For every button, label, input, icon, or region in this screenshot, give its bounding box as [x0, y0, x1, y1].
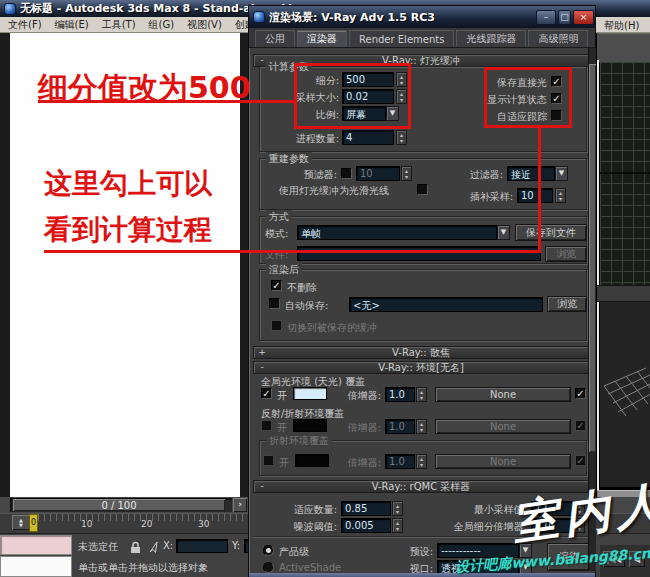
auto-save-checkbox[interactable]	[269, 298, 280, 309]
mini-curve-editor-icon[interactable]: ▲▼	[12, 515, 30, 530]
tab-advanced-lighting[interactable]: 高级照明	[528, 30, 588, 47]
tab-render-elements[interactable]: Render Elements	[349, 30, 454, 47]
time-slider-handle[interactable]: 0 / 100	[13, 499, 225, 511]
file-field[interactable]	[297, 246, 541, 261]
filter-dropdown-value[interactable]: 接近	[507, 166, 555, 181]
annotation-box-subdivs	[294, 63, 411, 129]
interp-label: 插补采样:	[453, 190, 513, 204]
scrollbar-thumb[interactable]	[589, 64, 596, 452]
gi-env-map-checkbox[interactable]	[575, 388, 586, 399]
file-browse-button[interactable]: 浏览	[545, 246, 587, 262]
viewport-divider[interactable]	[597, 285, 650, 302]
gi-mult-field[interactable]: 1.0	[385, 387, 415, 402]
refl-env-on-checkbox[interactable]	[261, 420, 272, 431]
auto-save-label: 自动保存:	[285, 299, 328, 313]
chevron-down-icon[interactable]	[555, 166, 568, 181]
adapt-field[interactable]: 0.85	[341, 501, 391, 516]
annotation-box-checkboxes	[484, 67, 572, 128]
ruler-tick-30: 30	[198, 519, 209, 529]
y-label: Y:	[232, 540, 240, 551]
refl-env-map-checkbox[interactable]	[575, 420, 586, 431]
x-coordinate-field[interactable]	[176, 539, 228, 553]
gi-mult-label: 倍增器:	[335, 389, 381, 403]
viewport-perspective[interactable]	[600, 302, 650, 487]
dialog-bottom-strip	[249, 573, 595, 577]
x-label: X:	[163, 540, 173, 551]
app-icon	[4, 3, 16, 15]
prefilter-spinner[interactable]	[401, 166, 412, 181]
global-subdivs-label: 全局细分倍增器:	[421, 520, 527, 534]
refl-mult-field[interactable]: 1.0	[385, 419, 415, 434]
gi-color-swatch[interactable]	[293, 387, 327, 400]
gi-env-on-checkbox[interactable]	[261, 388, 272, 399]
minimize-button[interactable]: –	[536, 10, 556, 25]
rollout-caustics[interactable]: V-Ray:: 散焦	[253, 346, 589, 359]
perspective-grid	[600, 360, 650, 440]
menu-views[interactable]: 视图(V)	[187, 18, 222, 32]
time-slider-value: 0 / 100	[101, 500, 136, 511]
gi-env-map-button[interactable]: None	[435, 387, 571, 402]
noise-spinner[interactable]	[392, 518, 403, 533]
refl-mult-label: 倍增器:	[335, 421, 381, 435]
activeshade-radio[interactable]	[263, 562, 274, 573]
close-icon[interactable]: ×	[573, 10, 594, 25]
dialog-icon	[253, 11, 265, 23]
cursor-mode-icon[interactable]	[148, 539, 159, 558]
gi-mult-spinner[interactable]	[416, 387, 427, 402]
refl-color-swatch[interactable]	[293, 419, 327, 432]
maxscript-listener-input[interactable]	[0, 535, 72, 555]
tab-raytracer[interactable]: 光线跟踪器	[456, 30, 526, 47]
annotation-line-1	[38, 100, 294, 103]
production-label: 产品级	[279, 545, 309, 559]
adapt-spinner[interactable]	[392, 501, 403, 516]
passes-spinner[interactable]	[396, 130, 407, 145]
mode-dropdown-value[interactable]: 单帧	[297, 225, 497, 240]
dialog-title: 渲染场景: V-Ray Adv 1.5 RC3	[269, 10, 435, 25]
refl-env-map-button[interactable]: None	[435, 419, 571, 434]
prompt-line: 单击或单击并拖动以选择对象	[78, 561, 208, 575]
auto-save-path-field[interactable]: <无>	[349, 297, 543, 312]
menu-help[interactable]: 帮助(H)	[604, 19, 639, 33]
passes-label: 进程数量:	[257, 132, 339, 146]
selection-status: 未选定任	[78, 540, 118, 554]
time-marker[interactable]: 0	[29, 514, 38, 532]
selection-lock-icon[interactable]	[130, 539, 141, 558]
maximize-button[interactable]: □	[558, 10, 571, 25]
tab-common[interactable]: 公用	[255, 30, 295, 47]
noise-field[interactable]: 0.005	[341, 518, 391, 533]
interp-spinner[interactable]	[555, 188, 566, 203]
next-frame-button[interactable]	[233, 498, 247, 512]
expand-icon	[257, 348, 267, 357]
prefilter-label: 预滤器:	[259, 168, 337, 182]
refr-env-map-checkbox[interactable]	[575, 455, 586, 466]
collapse-icon	[257, 363, 267, 372]
refr-env-on-checkbox[interactable]	[263, 455, 274, 466]
refr-env-map-button[interactable]: None	[435, 454, 571, 469]
production-radio[interactable]	[263, 545, 274, 556]
menu-tools[interactable]: 工具(T)	[102, 18, 136, 32]
interp-field[interactable]: 10	[517, 188, 553, 203]
passes-field[interactable]: 4	[342, 130, 394, 145]
menu-group[interactable]: 组(G)	[149, 18, 175, 32]
refr-mult-spinner[interactable]	[416, 454, 427, 469]
tab-renderer[interactable]: 渲染器	[297, 30, 347, 47]
dont-delete-checkbox[interactable]	[271, 280, 282, 291]
use-glossy-label: 使用灯光缓冲为光滑光线	[279, 184, 389, 198]
refl-mult-spinner[interactable]	[416, 419, 427, 434]
prefilter-field[interactable]: 10	[356, 166, 400, 181]
menu-edit[interactable]: 编辑(E)	[55, 18, 89, 32]
switch-saved-checkbox[interactable]	[271, 320, 282, 331]
auto-save-browse-button[interactable]: 浏览	[547, 296, 587, 312]
chevron-down-icon[interactable]	[497, 225, 510, 240]
save-to-file-button[interactable]: 保存到文件	[515, 224, 587, 241]
menu-file[interactable]: 文件(F)	[8, 18, 42, 32]
rollout-environment[interactable]: V-Ray:: 环境[无名]	[253, 361, 589, 374]
refr-mult-field[interactable]: 1.0	[385, 454, 415, 469]
use-glossy-checkbox[interactable]	[417, 184, 428, 195]
maxscript-listener-output[interactable]	[0, 556, 72, 577]
prefilter-checkbox[interactable]	[341, 168, 352, 179]
ruler-tick-20: 20	[141, 519, 152, 529]
grid-axis-line	[600, 172, 650, 174]
refr-color-swatch[interactable]	[295, 454, 329, 467]
switch-saved-label: 切换到被保存的缓冲	[287, 321, 377, 335]
